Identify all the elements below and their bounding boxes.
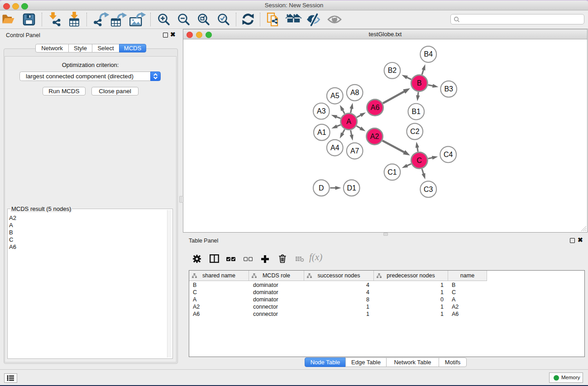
svg-text:B4: B4: [424, 50, 433, 58]
svg-text:A5: A5: [330, 92, 339, 100]
svg-text:C4: C4: [444, 151, 453, 158]
svg-text:A4: A4: [330, 144, 339, 152]
svg-text:B3: B3: [444, 85, 453, 93]
svg-text:D: D: [319, 184, 324, 192]
svg-text:A2: A2: [370, 133, 379, 140]
svg-text:B1: B1: [412, 108, 421, 115]
svg-text:B2: B2: [388, 67, 397, 74]
svg-text:A6: A6: [371, 104, 380, 111]
svg-text:C2: C2: [410, 128, 420, 135]
svg-text:C3: C3: [424, 186, 433, 193]
svg-text:A7: A7: [350, 147, 359, 155]
svg-text:A1: A1: [317, 129, 326, 136]
svg-text:A8: A8: [350, 89, 359, 96]
svg-text:C1: C1: [387, 168, 397, 176]
svg-text:A3: A3: [317, 107, 326, 115]
svg-text:A: A: [346, 118, 351, 125]
svg-text:D1: D1: [347, 184, 356, 192]
svg-text:C: C: [417, 157, 422, 164]
svg-text:B: B: [417, 79, 422, 87]
